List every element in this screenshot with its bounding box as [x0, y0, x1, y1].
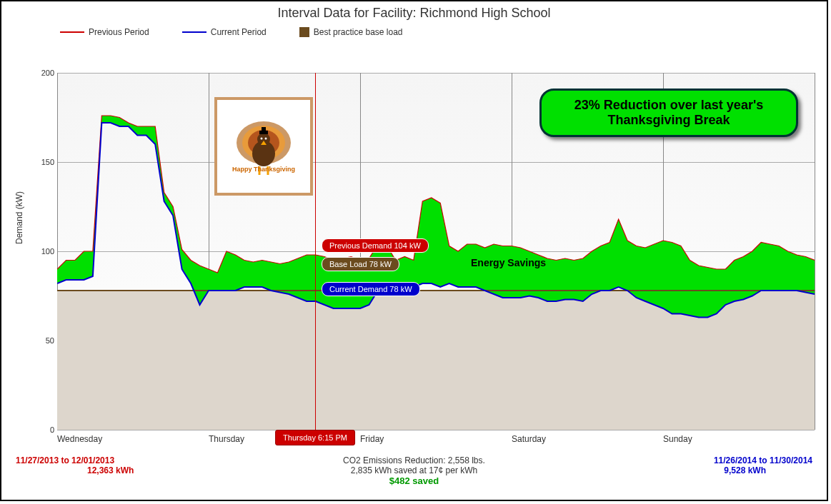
- legend-baseload: Best practice base load: [299, 27, 403, 37]
- time-cursor[interactable]: [315, 73, 316, 430]
- legend-label-previous: Previous Period: [89, 27, 149, 37]
- legend-swatch-baseload: [299, 27, 309, 37]
- y-tick-100: 100: [37, 247, 54, 256]
- legend-label-baseload: Best practice base load: [314, 27, 403, 37]
- legend-swatch-current: [182, 31, 206, 33]
- reduction-callout: 23% Reduction over last year's Thanksgiv…: [539, 89, 798, 137]
- y-tick-150: 150: [37, 158, 54, 166]
- svg-point-9: [265, 138, 267, 140]
- legend: Previous Period Current Period Best prac…: [60, 27, 403, 37]
- current-demand-badge: Current Demand 78 kW: [322, 282, 420, 296]
- svg-point-8: [261, 138, 263, 140]
- x-tick-sun: Sunday: [663, 434, 692, 444]
- thanksgiving-icon: Happy Thanksgiving: [214, 97, 313, 196]
- y-tick-0: 0: [37, 425, 54, 434]
- legend-label-current: Current Period: [211, 27, 267, 37]
- y-tick-50: 50: [37, 336, 54, 345]
- thanksgiving-caption: Happy Thanksgiving: [232, 166, 295, 173]
- x-tick-thu: Thursday: [209, 434, 244, 444]
- previous-demand-badge: Previous Demand 104 kW: [322, 238, 429, 253]
- co2-reduction: CO2 Emissions Reduction: 2,558 lbs.: [1, 455, 827, 465]
- legend-previous: Previous Period: [60, 27, 149, 37]
- chart-frame: Interval Data for Facility: Richmond Hig…: [0, 0, 828, 501]
- legend-swatch-previous: [60, 31, 84, 33]
- chart-title: Interval Data for Facility: Richmond Hig…: [1, 6, 827, 21]
- x-tick-fri: Friday: [360, 434, 384, 444]
- energy-savings-label: Energy Savings: [471, 257, 546, 268]
- svg-rect-7: [262, 127, 266, 131]
- x-tick-sat: Saturday: [512, 434, 546, 444]
- y-tick-200: 200: [37, 69, 54, 77]
- baseload-badge: Base Load 78 kW: [322, 257, 399, 271]
- kwh-saved: 2,835 kWh saved at 17¢ per kWh: [1, 465, 827, 475]
- x-tick-wed: Wednesday: [57, 434, 102, 444]
- legend-current: Current Period: [182, 27, 267, 37]
- dollars-saved: $482 saved: [1, 475, 827, 486]
- y-axis-label: Demand (kW): [14, 191, 24, 244]
- cursor-time-badge: Thursday 6:15 PM: [275, 430, 355, 445]
